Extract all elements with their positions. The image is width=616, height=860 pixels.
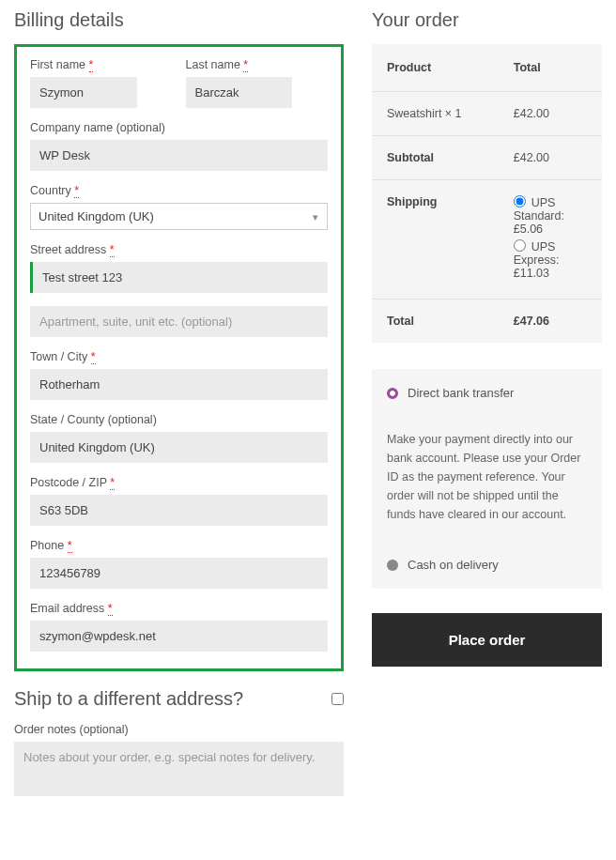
shipping-option[interactable]: UPS Express: £11.03 [514,239,587,280]
order-item-row: Sweatshirt × 1 £42.00 [372,92,602,136]
payment-method-bank[interactable]: Direct bank transfer [387,386,587,400]
phone-input[interactable] [30,558,328,589]
subtotal-value: £42.00 [499,136,602,180]
billing-form: First name * Last name * Company name (o… [14,44,344,671]
phone-label: Phone * [30,539,328,552]
shipping-radio[interactable] [514,195,526,207]
city-input[interactable] [30,369,328,400]
last-name-label: Last name * [186,58,329,71]
total-value: £47.06 [499,299,602,344]
street-label: Street address * [30,243,328,256]
street-input[interactable] [30,262,328,293]
first-name-label: First name * [30,58,173,71]
company-label: Company name (optional) [30,121,328,134]
required-icon: * [91,350,96,364]
payment-bank-description: Make your payment directly into our bank… [372,417,602,541]
radio-unselected-icon [387,560,398,571]
order-heading: Your order [372,9,602,31]
total-label: Total [372,299,499,344]
required-icon: * [110,476,115,490]
shipping-radio[interactable] [514,239,526,252]
required-icon: * [110,243,115,257]
state-input[interactable] [30,432,328,463]
billing-heading: Billing details [14,9,344,31]
last-name-input[interactable] [186,77,293,108]
email-input[interactable] [30,621,328,652]
subtotal-label: Subtotal [372,136,499,180]
required-icon: * [243,58,248,72]
apartment-input[interactable] [30,306,328,337]
company-input[interactable] [30,140,328,171]
order-summary-table: Product Total Sweatshirt × 1 £42.00 Subt… [372,44,602,343]
postcode-label: Postcode / ZIP * [30,476,328,489]
required-icon: * [68,539,72,553]
required-icon: * [74,184,79,198]
postcode-input[interactable] [30,495,328,526]
email-label: Email address * [30,602,328,615]
first-name-input[interactable] [30,77,137,108]
city-label: Town / City * [30,350,328,363]
state-label: State / County (optional) [30,413,328,426]
notes-label: Order notes (optional) [14,723,344,736]
ship-different-checkbox[interactable] [331,693,344,705]
required-icon: * [89,58,94,72]
shipping-label: Shipping [372,180,499,299]
country-label: Country * [30,184,328,197]
col-product: Product [372,44,499,92]
order-notes-input[interactable] [14,742,344,796]
payment-method-cod[interactable]: Cash on delivery [387,558,587,572]
place-order-button[interactable]: Place order [372,613,602,667]
col-total: Total [499,44,602,92]
shipping-option[interactable]: UPS Standard: £5.06 [514,195,587,236]
ship-heading: Ship to a different address? [14,688,243,710]
country-select[interactable]: United Kingdom (UK) [30,203,328,230]
radio-selected-icon [387,388,398,399]
required-icon: * [108,602,113,616]
